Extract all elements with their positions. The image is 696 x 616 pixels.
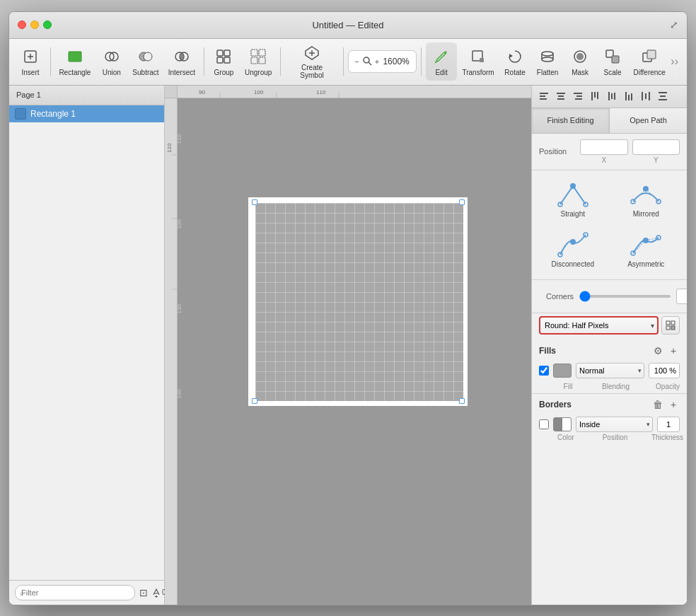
align-top-icon[interactable] <box>587 88 603 104</box>
handle-tr[interactable] <box>459 199 465 205</box>
borders-delete-icon[interactable]: 🗑 <box>651 398 664 411</box>
position-y-input[interactable] <box>632 139 680 155</box>
border-color-swatch[interactable] <box>553 417 572 431</box>
corners-slider[interactable] <box>579 295 671 298</box>
subtract-icon <box>136 47 156 66</box>
borders-title: Borders <box>539 400 572 409</box>
svg-rect-13 <box>224 57 230 63</box>
subtract-label: Subtract <box>132 69 158 76</box>
fill-color-swatch[interactable] <box>553 364 572 378</box>
finish-editing-button[interactable]: Finish Editing <box>532 108 610 133</box>
svg-rect-74 <box>660 95 666 97</box>
svg-rect-61 <box>591 92 593 100</box>
fills-header: Fills ⚙ + <box>532 340 687 360</box>
rectangle-label: Rectangle <box>59 69 91 76</box>
rect-shape[interactable] <box>255 203 463 401</box>
border-thickness-input[interactable] <box>657 417 680 432</box>
handle-bl[interactable] <box>252 398 257 404</box>
create-symbol-button[interactable]: Create Symbol <box>285 42 339 81</box>
svg-rect-64 <box>608 92 610 100</box>
add-layer-icon[interactable]: 0 <box>152 588 166 598</box>
svg-rect-62 <box>594 92 596 98</box>
close-button[interactable] <box>18 21 26 29</box>
filter-input[interactable] <box>15 585 135 600</box>
fills-actions: ⚙ + <box>651 344 680 357</box>
align-left-icon[interactable] <box>536 88 552 104</box>
border-position-select[interactable]: Inside Center Outside <box>576 417 653 432</box>
difference-button[interactable]: Difference <box>630 42 669 81</box>
scale-button[interactable]: Scale <box>597 42 628 81</box>
rectangle-button[interactable]: Rectangle <box>55 42 95 81</box>
canvas[interactable]: 110 120 130 140 <box>178 98 531 605</box>
zoom-plus-icon[interactable]: + <box>375 57 379 66</box>
ungroup-button[interactable]: Ungroup <box>240 42 275 81</box>
align-bottom-icon[interactable] <box>621 88 637 104</box>
copy-page-icon[interactable]: ⊡ <box>139 587 148 598</box>
minimize-button[interactable] <box>30 21 39 29</box>
round-select[interactable]: Round: Half Pixels Round: Full Pixels Ro… <box>539 316 659 335</box>
fills-add-button[interactable]: + <box>667 344 680 357</box>
zoom-control[interactable]: − + 1600% <box>348 50 417 73</box>
fill-opacity-input[interactable] <box>649 363 680 378</box>
fill-blend-select[interactable]: Normal Multiply Screen <box>576 363 644 378</box>
align-center-v-icon[interactable] <box>604 88 620 104</box>
rotate-label: Rotate <box>504 69 525 76</box>
align-center-h-icon[interactable] <box>553 88 569 104</box>
maximize-button[interactable] <box>43 21 52 29</box>
svg-rect-63 <box>597 92 598 99</box>
svg-rect-3 <box>69 52 81 62</box>
fills-settings-icon[interactable]: ⚙ <box>651 344 664 357</box>
open-path-button[interactable]: Open Path <box>610 108 687 133</box>
edit-button[interactable]: Edit <box>426 42 457 81</box>
handle-tl[interactable] <box>252 199 257 205</box>
zoom-minus-icon[interactable]: − <box>354 57 359 66</box>
svg-rect-72 <box>649 92 650 100</box>
svg-rect-57 <box>557 98 564 100</box>
right-panel: Finish Editing Open Path Position X Y <box>531 86 687 605</box>
distribute-h-icon[interactable] <box>638 88 654 104</box>
flatten-label: Flatten <box>537 69 559 76</box>
border-sublabels: Color Position Thickness <box>532 434 687 446</box>
union-button[interactable]: Union <box>96 42 127 81</box>
transform-label: Transform <box>462 69 494 76</box>
point-type-mirrored[interactable]: Mirrored <box>613 178 680 222</box>
group-button[interactable]: Group <box>208 42 239 81</box>
point-type-straight[interactable]: Straight <box>539 178 607 222</box>
rotate-button[interactable]: Rotate <box>499 42 530 81</box>
svg-rect-68 <box>628 95 630 100</box>
pixels-button[interactable] <box>661 316 680 335</box>
corners-label: Corners <box>546 292 574 301</box>
fill-checkbox[interactable] <box>539 366 549 376</box>
straight-icon <box>557 182 588 207</box>
more-tools-icon[interactable]: ›› <box>671 55 681 68</box>
handle-br[interactable] <box>459 398 465 404</box>
transform-button[interactable]: Transform <box>458 42 498 81</box>
intersect-button[interactable]: Intersect <box>164 42 199 81</box>
point-type-disconnected[interactable]: Disconnected <box>539 228 607 272</box>
borders-add-button[interactable]: + <box>667 398 680 411</box>
distribute-v-icon[interactable] <box>655 88 671 104</box>
svg-rect-67 <box>625 92 627 100</box>
mask-button[interactable]: Mask <box>564 42 596 81</box>
toolbar-sep-1 <box>50 47 51 76</box>
flatten-button[interactable]: Flatten <box>532 42 563 81</box>
corners-value[interactable] <box>676 289 687 304</box>
ruler-label-120: 120 <box>178 219 182 228</box>
sidebar-item-rectangle[interactable]: Rectangle 1 <box>9 105 164 122</box>
mirrored-label: Mirrored <box>633 210 659 218</box>
ruler-h-svg: 90 100 110 <box>178 86 531 98</box>
point-type-asymmetric[interactable]: Asymmetric <box>613 228 680 272</box>
border-checkbox[interactable] <box>539 419 549 429</box>
create-symbol-label: Create Symbol <box>289 64 335 79</box>
position-x-input[interactable] <box>580 139 628 155</box>
position-section: Position X Y <box>532 134 687 170</box>
svg-text:110: 110 <box>166 143 173 153</box>
svg-text:100: 100 <box>254 89 264 95</box>
point-types-grid: Straight <box>532 170 687 279</box>
intersect-icon <box>172 47 192 66</box>
subtract-button[interactable]: Subtract <box>129 42 163 81</box>
ruler-label-130: 130 <box>178 304 182 313</box>
insert-button[interactable]: Insert <box>15 42 46 81</box>
align-right-icon[interactable] <box>570 88 586 104</box>
fullscreen-icon[interactable]: ⤢ <box>670 19 678 30</box>
